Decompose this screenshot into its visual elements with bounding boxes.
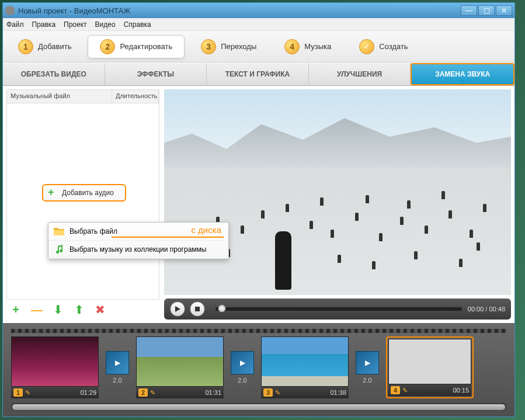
time-current: 00:00 <box>468 306 484 313</box>
play-button[interactable] <box>170 301 185 317</box>
timeline-scrollbar[interactable] <box>11 403 506 411</box>
transition-3-dur: 2.0 <box>363 377 371 384</box>
step-music[interactable]: 4 Музыка <box>273 36 343 58</box>
step-music-label: Музыка <box>304 42 331 51</box>
clip-3-index: 3 <box>263 388 273 397</box>
subtab-crop[interactable]: ОБРЕЗАТЬ ВИДЕО <box>3 63 105 85</box>
step-4-badge: 4 <box>284 39 300 54</box>
scrollbar-thumb[interactable] <box>12 404 505 410</box>
maximize-button[interactable]: ▢ <box>478 5 495 16</box>
clip-4[interactable]: 4 ✎ 00:15 <box>386 336 474 398</box>
annotation-text: с диска <box>191 225 221 235</box>
window-title: Новый проект - ВидеоМОНТАЖ <box>18 6 460 15</box>
clip-3-duration: 01:38 <box>330 389 346 396</box>
menu-choose-library-label: Выбрать музыку из коллекции программы <box>69 245 206 254</box>
move-up-icon[interactable]: ⬆ <box>72 303 86 317</box>
annotation-underline <box>112 237 224 238</box>
subtab-effects[interactable]: ЭФФЕКТЫ <box>105 63 207 85</box>
svg-rect-3 <box>54 228 58 230</box>
clip-1-index: 1 <box>13 388 23 397</box>
step-1-badge: 1 <box>18 39 33 54</box>
menu-video[interactable]: Видео <box>95 20 116 29</box>
step-transitions-label: Переходы <box>221 42 256 51</box>
clip-1-duration: 01:29 <box>80 389 96 396</box>
stop-icon <box>194 306 200 312</box>
film-strip-top <box>11 329 506 333</box>
move-down-icon[interactable]: ⬇ <box>51 303 65 317</box>
clip-1[interactable]: 1 ✎ 01:29 <box>11 336 99 398</box>
pencil-icon[interactable]: ✎ <box>150 389 155 397</box>
step-edit[interactable]: 2 Редактировать <box>88 35 185 58</box>
add-audio-label: Добавить аудио <box>62 189 114 197</box>
main-area: Музыкальный файл Длительность Добавить а… <box>3 86 514 323</box>
step-3-badge: 3 <box>201 39 216 54</box>
play-icon <box>174 306 181 313</box>
transition-1-dur: 2.0 <box>113 377 121 384</box>
pencil-icon[interactable]: ✎ <box>275 389 280 397</box>
time-total: 00:48 <box>489 306 505 313</box>
add-icon[interactable]: + <box>9 303 23 317</box>
audio-toolbar: + — ⬇ ⬆ ✖ <box>6 300 159 320</box>
minimize-button[interactable]: — <box>461 5 477 16</box>
subtabs: ОБРЕЗАТЬ ВИДЕО ЭФФЕКТЫ ТЕКСТ И ГРАФИКА У… <box>3 63 514 86</box>
delete-icon[interactable]: ✖ <box>93 303 107 317</box>
stepbar: 1 Добавить 2 Редактировать 3 Переходы 4 … <box>3 31 514 63</box>
seek-track[interactable] <box>215 307 462 311</box>
clip-4-index: 4 <box>391 386 400 394</box>
seek-knob[interactable] <box>218 304 226 313</box>
transition-2-dur: 2.0 <box>238 377 246 384</box>
video-preview <box>164 89 511 295</box>
check-icon: ✓ <box>359 39 374 54</box>
svg-rect-1 <box>195 307 200 311</box>
timeline: 1 ✎ 01:29 ▶ 2.0 2 ✎ 01:31 ▶ 2.0 <box>3 323 514 416</box>
clip-2[interactable]: 2 ✎ 01:31 <box>136 336 224 398</box>
remove-icon[interactable]: — <box>30 303 44 317</box>
titlebar: Новый проект - ВидеоМОНТАЖ — ▢ ✕ <box>3 3 514 18</box>
step-add-label: Добавить <box>38 42 71 51</box>
transition-icon: ▶ <box>231 351 254 374</box>
step-create-label: Создать <box>379 42 408 51</box>
step-edit-label: Редактировать <box>120 42 172 51</box>
clip-3[interactable]: 3 ✎ 01:38 <box>261 336 349 398</box>
menu-project[interactable]: Проект <box>64 20 87 29</box>
subtab-text[interactable]: ТЕКСТ И ГРАФИКА <box>207 63 309 85</box>
menu-choose-file-label: Выбрать файл <box>69 227 117 235</box>
music-note-icon <box>53 244 65 255</box>
col-duration: Длительность <box>112 90 159 103</box>
menu-choose-file[interactable]: Выбрать файл с диска <box>48 223 228 241</box>
menu-help[interactable]: Справка <box>124 20 151 29</box>
menu-edit[interactable]: Правка <box>32 20 56 29</box>
step-add[interactable]: 1 Добавить <box>6 36 83 58</box>
svg-rect-4 <box>54 230 64 235</box>
pencil-icon[interactable]: ✎ <box>25 389 30 397</box>
clip-2-thumb <box>136 336 224 387</box>
close-button[interactable]: ✕ <box>496 5 512 16</box>
clips-row: 1 ✎ 01:29 ▶ 2.0 2 ✎ 01:31 ▶ 2.0 <box>11 336 506 398</box>
add-audio-menu: Выбрать файл с диска Выбрать музыку из к… <box>48 222 229 259</box>
preview-panel: 00:00 / 00:48 <box>164 89 511 320</box>
transition-2[interactable]: ▶ 2.0 <box>231 351 254 384</box>
plus-icon <box>48 188 58 198</box>
menu-choose-library[interactable]: Выбрать музыку из коллекции программы <box>48 241 228 259</box>
step-transitions[interactable]: 3 Переходы <box>189 36 268 58</box>
audio-panel: Музыкальный файл Длительность Добавить а… <box>6 89 159 320</box>
clip-2-duration: 01:31 <box>205 389 221 396</box>
clip-4-thumb <box>388 339 471 384</box>
add-audio-button[interactable]: Добавить аудио <box>42 184 126 202</box>
transition-3[interactable]: ▶ 2.0 <box>356 351 379 384</box>
folder-icon <box>53 226 65 237</box>
transition-icon: ▶ <box>106 351 129 374</box>
stop-button[interactable] <box>190 301 205 317</box>
app-icon <box>5 6 15 15</box>
menubar: Файл Правка Проект Видео Справка <box>3 18 514 31</box>
audio-list: Добавить аудио <box>6 103 159 300</box>
transition-1[interactable]: ▶ 2.0 <box>106 351 129 384</box>
clip-1-thumb <box>11 336 99 387</box>
menu-file[interactable]: Файл <box>6 20 24 29</box>
pencil-icon[interactable]: ✎ <box>402 387 408 394</box>
subtab-enhance[interactable]: УЛУЧШЕНИЯ <box>309 63 411 85</box>
step-2-badge: 2 <box>100 39 115 54</box>
subtab-audio[interactable]: ЗАМЕНА ЗВУКА <box>411 63 514 85</box>
col-file: Музыкальный файл <box>7 90 112 103</box>
step-create[interactable]: ✓ Создать <box>347 36 419 58</box>
